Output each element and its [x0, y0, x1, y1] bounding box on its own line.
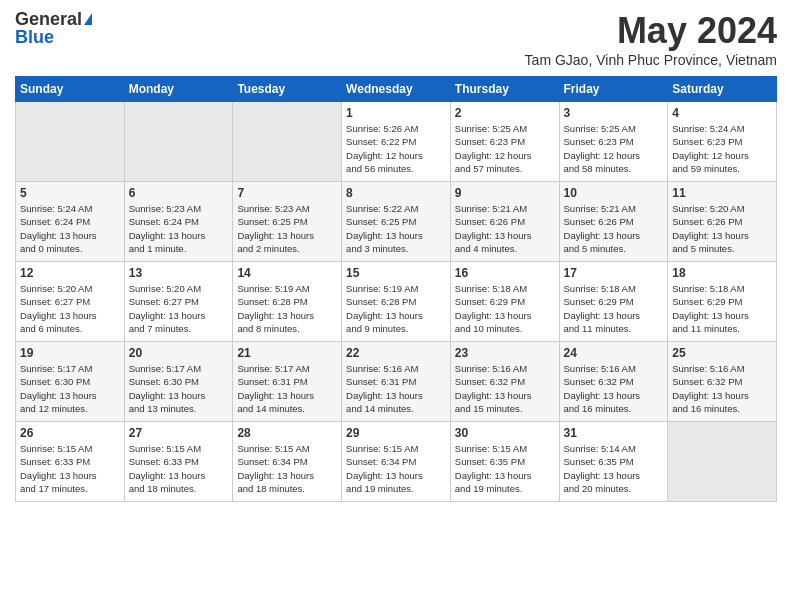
- day-number: 26: [20, 426, 120, 440]
- day-header-friday: Friday: [559, 77, 668, 102]
- day-info: Sunrise: 5:17 AMSunset: 6:30 PMDaylight:…: [20, 362, 120, 415]
- calendar-cell: 18Sunrise: 5:18 AMSunset: 6:29 PMDayligh…: [668, 262, 777, 342]
- day-info: Sunrise: 5:20 AMSunset: 6:27 PMDaylight:…: [129, 282, 229, 335]
- logo-triangle-icon: [84, 13, 92, 25]
- day-info: Sunrise: 5:15 AMSunset: 6:33 PMDaylight:…: [129, 442, 229, 495]
- calendar-cell: 5Sunrise: 5:24 AMSunset: 6:24 PMDaylight…: [16, 182, 125, 262]
- day-info: Sunrise: 5:15 AMSunset: 6:34 PMDaylight:…: [237, 442, 337, 495]
- calendar-week-row: 26Sunrise: 5:15 AMSunset: 6:33 PMDayligh…: [16, 422, 777, 502]
- calendar-cell: 8Sunrise: 5:22 AMSunset: 6:25 PMDaylight…: [342, 182, 451, 262]
- day-number: 8: [346, 186, 446, 200]
- day-number: 6: [129, 186, 229, 200]
- calendar-cell: 23Sunrise: 5:16 AMSunset: 6:32 PMDayligh…: [450, 342, 559, 422]
- day-number: 7: [237, 186, 337, 200]
- day-number: 1: [346, 106, 446, 120]
- calendar-cell: 12Sunrise: 5:20 AMSunset: 6:27 PMDayligh…: [16, 262, 125, 342]
- calendar-cell: 31Sunrise: 5:14 AMSunset: 6:35 PMDayligh…: [559, 422, 668, 502]
- day-info: Sunrise: 5:15 AMSunset: 6:34 PMDaylight:…: [346, 442, 446, 495]
- title-block: May 2024 Tam GJao, Vinh Phuc Province, V…: [525, 10, 777, 68]
- day-number: 25: [672, 346, 772, 360]
- calendar-cell: 2Sunrise: 5:25 AMSunset: 6:23 PMDaylight…: [450, 102, 559, 182]
- page-header: General Blue May 2024 Tam GJao, Vinh Phu…: [15, 10, 777, 68]
- calendar-cell: [124, 102, 233, 182]
- calendar-cell: 14Sunrise: 5:19 AMSunset: 6:28 PMDayligh…: [233, 262, 342, 342]
- day-info: Sunrise: 5:25 AMSunset: 6:23 PMDaylight:…: [564, 122, 664, 175]
- day-number: 31: [564, 426, 664, 440]
- calendar-cell: 30Sunrise: 5:15 AMSunset: 6:35 PMDayligh…: [450, 422, 559, 502]
- day-info: Sunrise: 5:22 AMSunset: 6:25 PMDaylight:…: [346, 202, 446, 255]
- day-number: 30: [455, 426, 555, 440]
- day-number: 23: [455, 346, 555, 360]
- day-info: Sunrise: 5:16 AMSunset: 6:32 PMDaylight:…: [672, 362, 772, 415]
- day-number: 24: [564, 346, 664, 360]
- day-info: Sunrise: 5:24 AMSunset: 6:23 PMDaylight:…: [672, 122, 772, 175]
- calendar-cell: 19Sunrise: 5:17 AMSunset: 6:30 PMDayligh…: [16, 342, 125, 422]
- day-info: Sunrise: 5:26 AMSunset: 6:22 PMDaylight:…: [346, 122, 446, 175]
- calendar-cell: [668, 422, 777, 502]
- day-number: 4: [672, 106, 772, 120]
- day-number: 15: [346, 266, 446, 280]
- day-info: Sunrise: 5:16 AMSunset: 6:32 PMDaylight:…: [455, 362, 555, 415]
- calendar-cell: 6Sunrise: 5:23 AMSunset: 6:24 PMDaylight…: [124, 182, 233, 262]
- day-info: Sunrise: 5:25 AMSunset: 6:23 PMDaylight:…: [455, 122, 555, 175]
- calendar-cell: 28Sunrise: 5:15 AMSunset: 6:34 PMDayligh…: [233, 422, 342, 502]
- calendar-cell: 20Sunrise: 5:17 AMSunset: 6:30 PMDayligh…: [124, 342, 233, 422]
- day-info: Sunrise: 5:17 AMSunset: 6:31 PMDaylight:…: [237, 362, 337, 415]
- day-info: Sunrise: 5:16 AMSunset: 6:31 PMDaylight:…: [346, 362, 446, 415]
- day-header-wednesday: Wednesday: [342, 77, 451, 102]
- day-number: 11: [672, 186, 772, 200]
- calendar-cell: 16Sunrise: 5:18 AMSunset: 6:29 PMDayligh…: [450, 262, 559, 342]
- calendar-cell: 22Sunrise: 5:16 AMSunset: 6:31 PMDayligh…: [342, 342, 451, 422]
- calendar-location: Tam GJao, Vinh Phuc Province, Vietnam: [525, 52, 777, 68]
- day-info: Sunrise: 5:18 AMSunset: 6:29 PMDaylight:…: [564, 282, 664, 335]
- day-number: 19: [20, 346, 120, 360]
- calendar-title: May 2024: [525, 10, 777, 52]
- calendar-week-row: 1Sunrise: 5:26 AMSunset: 6:22 PMDaylight…: [16, 102, 777, 182]
- calendar-cell: 10Sunrise: 5:21 AMSunset: 6:26 PMDayligh…: [559, 182, 668, 262]
- day-info: Sunrise: 5:20 AMSunset: 6:27 PMDaylight:…: [20, 282, 120, 335]
- day-number: 13: [129, 266, 229, 280]
- calendar-cell: 1Sunrise: 5:26 AMSunset: 6:22 PMDaylight…: [342, 102, 451, 182]
- day-info: Sunrise: 5:19 AMSunset: 6:28 PMDaylight:…: [346, 282, 446, 335]
- day-number: 3: [564, 106, 664, 120]
- calendar-cell: 15Sunrise: 5:19 AMSunset: 6:28 PMDayligh…: [342, 262, 451, 342]
- day-info: Sunrise: 5:21 AMSunset: 6:26 PMDaylight:…: [564, 202, 664, 255]
- calendar-cell: 26Sunrise: 5:15 AMSunset: 6:33 PMDayligh…: [16, 422, 125, 502]
- day-info: Sunrise: 5:21 AMSunset: 6:26 PMDaylight:…: [455, 202, 555, 255]
- day-number: 12: [20, 266, 120, 280]
- day-number: 20: [129, 346, 229, 360]
- day-info: Sunrise: 5:14 AMSunset: 6:35 PMDaylight:…: [564, 442, 664, 495]
- day-number: 2: [455, 106, 555, 120]
- calendar-cell: 11Sunrise: 5:20 AMSunset: 6:26 PMDayligh…: [668, 182, 777, 262]
- day-number: 5: [20, 186, 120, 200]
- calendar-header-row: SundayMondayTuesdayWednesdayThursdayFrid…: [16, 77, 777, 102]
- calendar-cell: 21Sunrise: 5:17 AMSunset: 6:31 PMDayligh…: [233, 342, 342, 422]
- day-info: Sunrise: 5:15 AMSunset: 6:33 PMDaylight:…: [20, 442, 120, 495]
- day-info: Sunrise: 5:18 AMSunset: 6:29 PMDaylight:…: [672, 282, 772, 335]
- day-number: 18: [672, 266, 772, 280]
- day-number: 10: [564, 186, 664, 200]
- calendar-cell: 25Sunrise: 5:16 AMSunset: 6:32 PMDayligh…: [668, 342, 777, 422]
- day-number: 27: [129, 426, 229, 440]
- day-header-sunday: Sunday: [16, 77, 125, 102]
- day-info: Sunrise: 5:18 AMSunset: 6:29 PMDaylight:…: [455, 282, 555, 335]
- day-number: 21: [237, 346, 337, 360]
- day-number: 9: [455, 186, 555, 200]
- calendar-cell: [233, 102, 342, 182]
- day-info: Sunrise: 5:15 AMSunset: 6:35 PMDaylight:…: [455, 442, 555, 495]
- day-number: 17: [564, 266, 664, 280]
- calendar-table: SundayMondayTuesdayWednesdayThursdayFrid…: [15, 76, 777, 502]
- calendar-cell: [16, 102, 125, 182]
- calendar-week-row: 19Sunrise: 5:17 AMSunset: 6:30 PMDayligh…: [16, 342, 777, 422]
- calendar-cell: 29Sunrise: 5:15 AMSunset: 6:34 PMDayligh…: [342, 422, 451, 502]
- calendar-cell: 17Sunrise: 5:18 AMSunset: 6:29 PMDayligh…: [559, 262, 668, 342]
- calendar-cell: 7Sunrise: 5:23 AMSunset: 6:25 PMDaylight…: [233, 182, 342, 262]
- calendar-week-row: 12Sunrise: 5:20 AMSunset: 6:27 PMDayligh…: [16, 262, 777, 342]
- calendar-cell: 3Sunrise: 5:25 AMSunset: 6:23 PMDaylight…: [559, 102, 668, 182]
- logo-general-text: General: [15, 10, 82, 28]
- day-header-thursday: Thursday: [450, 77, 559, 102]
- day-number: 22: [346, 346, 446, 360]
- day-number: 28: [237, 426, 337, 440]
- day-info: Sunrise: 5:19 AMSunset: 6:28 PMDaylight:…: [237, 282, 337, 335]
- calendar-cell: 9Sunrise: 5:21 AMSunset: 6:26 PMDaylight…: [450, 182, 559, 262]
